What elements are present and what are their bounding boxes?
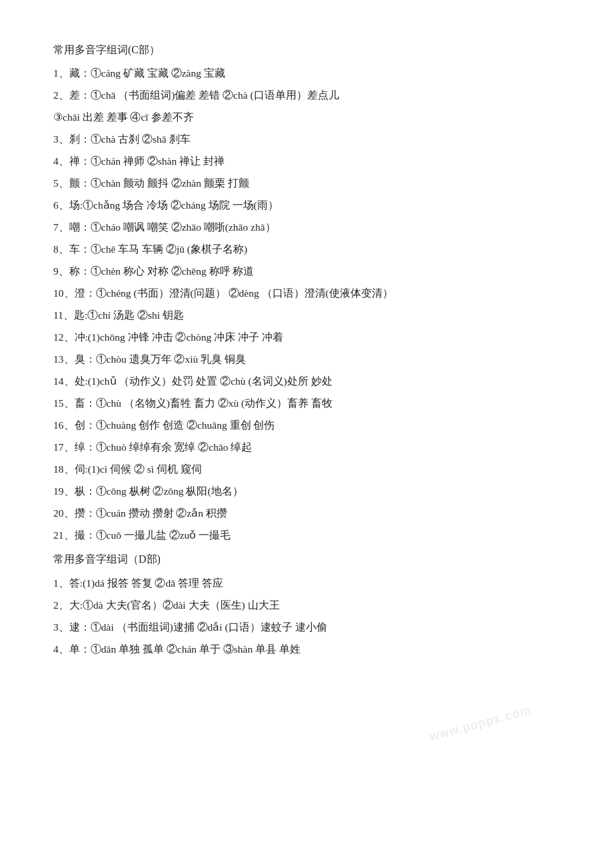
entry: 3、逮：①dài （书面组词)逮捕 ②dǎi (口语）逮蚊子 逮小偷 <box>53 617 560 637</box>
entry: 20、攒：①cuán 攒动 攒射 ②zǎn 积攒 <box>53 503 560 523</box>
entry: 1、藏：①cáng 矿藏 宝藏 ②zàng 宝藏 <box>53 63 560 83</box>
section-c-entries: 1、藏：①cáng 矿藏 宝藏 ②zàng 宝藏2、差：①chā （书面组词)偏… <box>53 63 560 545</box>
entry: 14、处:(1)chǔ （动作义）处罚 处置 ②chù (名词义)处所 妙处 <box>53 371 560 391</box>
entry: 3、刹：①chà 古刹 ②shā 刹车 <box>53 129 560 149</box>
entry: 8、车：①chē 车马 车辆 ②jū (象棋子名称) <box>53 239 560 259</box>
entry: 15、畜：①chù （名物义)畜牲 畜力 ②xù (动作义）畜养 畜牧 <box>53 393 560 413</box>
entry: ③chāi 出差 差事 ④cī 参差不齐 <box>53 107 560 127</box>
section-d: 常用多音字组词（D部) 1、答:(1)dá 报答 答复 ②dā 答理 答应2、大… <box>53 549 560 659</box>
entry: 2、差：①chā （书面组词)偏差 差错 ②chà (口语单用）差点儿 <box>53 85 560 105</box>
section-d-title: 常用多音字组词（D部) <box>53 549 560 569</box>
entry: 18、伺:(1)cì 伺候 ② sì 伺机 窥伺 <box>53 459 560 479</box>
entry: 2、大:①dà 大夫(官名）②dài 大夫（医生) 山大王 <box>53 595 560 615</box>
page-content: 常用多音字组词(C部） 1、藏：①cáng 矿藏 宝藏 ②zàng 宝藏2、差：… <box>53 40 560 659</box>
entry: 6、场:①chǎng 场合 冷场 ②cháng 场院 一场(雨） <box>53 195 560 215</box>
entry: 9、称：①chèn 称心 对称 ②chēng 称呼 称道 <box>53 261 560 281</box>
entry: 12、冲:(1)chōng 冲锋 冲击 ②chòng 冲床 冲子 冲着 <box>53 327 560 347</box>
entry: 1、答:(1)dá 报答 答复 ②dā 答理 答应 <box>53 573 560 593</box>
section-c: 常用多音字组词(C部） 1、藏：①cáng 矿藏 宝藏 ②zàng 宝藏2、差：… <box>53 40 560 545</box>
entry: 21、撮：①cuō 一撮儿盐 ②zuǒ 一撮毛 <box>53 525 560 545</box>
entry: 17、绰：①chuò 绰绰有余 宽绰 ②chāo 绰起 <box>53 437 560 457</box>
section-d-entries: 1、答:(1)dá 报答 答复 ②dā 答理 答应2、大:①dà 大夫(官名）②… <box>53 573 560 659</box>
entry: 16、创：①chuàng 创作 创造 ②chuāng 重创 创伤 <box>53 415 560 435</box>
section-c-title: 常用多音字组词(C部） <box>53 40 560 60</box>
entry: 11、匙:①chí 汤匙 ②shi 钥匙 <box>53 305 560 325</box>
entry: 19、枞：①cōng 枞树 ②zōng 枞阳(地名） <box>53 481 560 501</box>
entry: 4、单：①dān 单独 孤单 ②chán 单于 ③shàn 单县 单姓 <box>53 639 560 659</box>
watermark: www.poppx.com <box>427 699 534 701</box>
entry: 4、禅：①chán 禅师 ②shàn 禅让 封禅 <box>53 151 560 171</box>
entry: 10、澄：①chéng (书面）澄清(问题） ②dèng （口语）澄清(使液体变… <box>53 283 560 303</box>
entry: 13、臭：①chòu 遗臭万年 ②xiù 乳臭 铜臭 <box>53 349 560 369</box>
entry: 5、颤：①chàn 颤动 颤抖 ②zhàn 颤栗 打颤 <box>53 173 560 193</box>
entry: 7、嘲：①cháo 嘲讽 嘲笑 ②zhāo 嘲哳(zhāo zhā） <box>53 217 560 237</box>
